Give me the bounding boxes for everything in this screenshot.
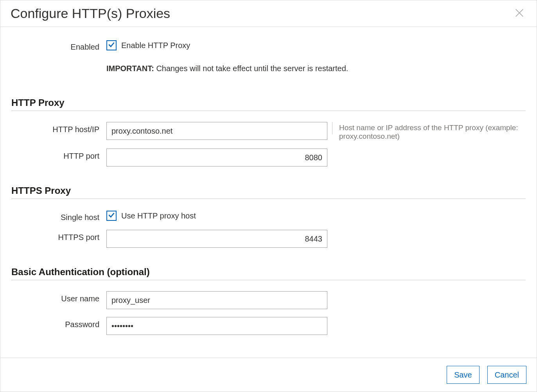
enable-http-proxy-checkbox[interactable] (106, 40, 117, 50)
dialog-footer: Save Cancel (0, 358, 537, 392)
restart-notice-prefix: IMPORTANT: (106, 64, 154, 73)
password-label: Password (11, 317, 106, 329)
https-proxy-section-title: HTTPS Proxy (11, 185, 526, 199)
https-port-label: HTTPS port (11, 230, 106, 242)
enabled-label: Enabled (11, 39, 106, 52)
https-port-row: HTTPS port (11, 230, 526, 248)
http-host-input[interactable] (106, 122, 327, 140)
username-row: User name (11, 291, 526, 309)
checkmark-icon (108, 41, 115, 50)
http-port-label: HTTP port (11, 149, 106, 161)
http-host-help: Host name or IP address of the HTTP prox… (327, 122, 526, 141)
enable-http-proxy-checkbox-wrap[interactable]: Enable HTTP Proxy (106, 39, 327, 50)
use-http-proxy-host-checkbox-wrap[interactable]: Use HTTP proxy host (106, 210, 327, 221)
username-label: User name (11, 291, 106, 303)
http-host-row: HTTP host/IP Host name or IP address of … (11, 122, 526, 141)
username-input[interactable] (106, 291, 327, 309)
restart-notice-text: Changes will not take effect until the s… (154, 64, 348, 73)
close-button[interactable] (512, 7, 526, 21)
dialog-header: Configure HTTP(s) Proxies (0, 0, 537, 27)
password-row: Password (11, 317, 526, 335)
single-host-label: Single host (11, 210, 106, 222)
use-http-proxy-host-checkbox-label: Use HTTP proxy host (121, 211, 196, 220)
restart-notice: IMPORTANT: Changes will not take effect … (106, 64, 526, 73)
basic-auth-section-title: Basic Authentication (optional) (11, 267, 526, 280)
http-port-row: HTTP port (11, 149, 526, 166)
http-port-input[interactable] (106, 149, 327, 166)
close-icon (514, 7, 525, 20)
use-http-proxy-host-checkbox[interactable] (106, 211, 117, 221)
checkmark-icon (108, 211, 115, 221)
save-button[interactable]: Save (447, 366, 480, 384)
http-host-label: HTTP host/IP (11, 122, 106, 134)
https-port-input[interactable] (106, 230, 327, 248)
configure-proxies-dialog: Configure HTTP(s) Proxies Enabled (0, 0, 537, 392)
cancel-button[interactable]: Cancel (487, 366, 526, 384)
enabled-row: Enabled Enable HTTP Proxy (11, 39, 526, 52)
password-input[interactable] (106, 317, 327, 335)
http-proxy-section-title: HTTP Proxy (11, 97, 526, 111)
single-host-row: Single host Use HTTP proxy host (11, 210, 526, 222)
enable-http-proxy-checkbox-label: Enable HTTP Proxy (121, 41, 190, 50)
dialog-body: Enabled Enable HTTP Proxy IMPORTANT: Cha… (0, 27, 537, 358)
dialog-title: Configure HTTP(s) Proxies (11, 6, 170, 21)
